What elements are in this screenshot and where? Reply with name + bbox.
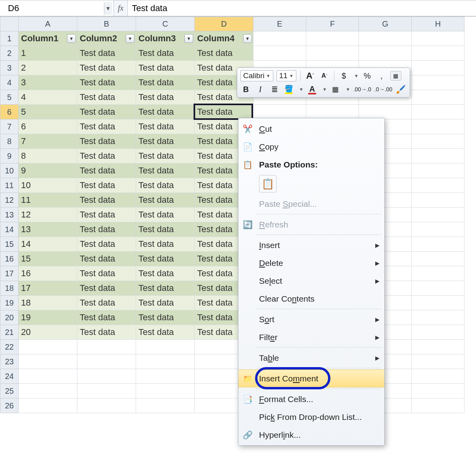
cell-B21[interactable]: Test data bbox=[77, 325, 136, 340]
menu-filter[interactable]: Filter▶ bbox=[238, 328, 384, 346]
cell-C24[interactable] bbox=[136, 369, 195, 384]
cell-B4[interactable]: Test data bbox=[77, 75, 136, 90]
cell-H26[interactable] bbox=[412, 398, 464, 413]
cell-H10[interactable] bbox=[412, 164, 464, 178]
cell-A18[interactable]: 17 bbox=[19, 281, 77, 296]
cell-E2[interactable] bbox=[253, 46, 306, 61]
cell-C12[interactable]: Test data bbox=[136, 193, 195, 208]
cell-C23[interactable] bbox=[136, 354, 195, 369]
cell-A1[interactable]: Column1▼ bbox=[19, 31, 77, 46]
menu-hyperlink[interactable]: 🔗 Hyperlink... bbox=[238, 426, 384, 444]
cell-C19[interactable]: Test data bbox=[136, 296, 195, 310]
select-all-corner[interactable] bbox=[0, 17, 19, 31]
cell-E6[interactable] bbox=[253, 105, 306, 119]
row-header-25[interactable]: 25 bbox=[0, 384, 19, 398]
menu-select[interactable]: Select▶ bbox=[238, 272, 384, 290]
cell-H13[interactable] bbox=[412, 208, 464, 222]
column-header-B[interactable]: B bbox=[77, 17, 136, 31]
cell-D2[interactable]: Test data bbox=[195, 46, 253, 61]
cell-B2[interactable]: Test data bbox=[77, 46, 136, 61]
italic-button[interactable]: I bbox=[255, 84, 266, 95]
cell-C10[interactable]: Test data bbox=[136, 164, 195, 178]
column-header-A[interactable]: A bbox=[19, 17, 77, 31]
cell-F2[interactable] bbox=[306, 46, 359, 61]
cell-B3[interactable]: Test data bbox=[77, 61, 136, 75]
cell-G2[interactable] bbox=[359, 46, 412, 61]
cell-C7[interactable]: Test data bbox=[136, 119, 195, 134]
cell-A13[interactable]: 12 bbox=[19, 208, 77, 222]
formula-input[interactable] bbox=[128, 0, 476, 16]
name-box-dropdown-icon[interactable]: ▼ bbox=[104, 2, 112, 15]
cell-H18[interactable] bbox=[412, 281, 464, 296]
cell-H24[interactable] bbox=[412, 369, 464, 384]
cell-B11[interactable]: Test data bbox=[77, 178, 136, 193]
cell-C4[interactable]: Test data bbox=[136, 75, 195, 90]
font-size-selector[interactable]: 11 ▼ bbox=[276, 70, 296, 81]
cell-A4[interactable]: 3 bbox=[19, 75, 77, 90]
name-box[interactable] bbox=[5, 2, 104, 15]
cell-A12[interactable]: 11 bbox=[19, 193, 77, 208]
comma-button[interactable]: , bbox=[376, 70, 387, 81]
cell-C15[interactable]: Test data bbox=[136, 237, 195, 252]
chevron-down-icon[interactable]: ▼ bbox=[346, 87, 350, 92]
format-painter-button[interactable]: 🖌️ bbox=[395, 84, 407, 95]
cell-H1[interactable] bbox=[412, 31, 464, 46]
cell-B26[interactable] bbox=[77, 398, 136, 413]
row-header-20[interactable]: 20 bbox=[0, 310, 19, 325]
cell-H23[interactable] bbox=[412, 354, 464, 369]
cell-A20[interactable]: 19 bbox=[19, 310, 77, 325]
cell-H15[interactable] bbox=[412, 237, 464, 252]
row-header-13[interactable]: 13 bbox=[0, 208, 19, 222]
cell-C22[interactable] bbox=[136, 340, 195, 354]
menu-pick-from-list[interactable]: Pick From Drop-down List... bbox=[238, 408, 384, 426]
currency-button[interactable]: $ bbox=[338, 70, 349, 81]
cell-A21[interactable]: 20 bbox=[19, 325, 77, 340]
font-selector[interactable]: Calibri ▼ bbox=[240, 70, 273, 81]
row-header-16[interactable]: 16 bbox=[0, 252, 19, 266]
cell-A14[interactable]: 13 bbox=[19, 222, 77, 237]
row-header-3[interactable]: 3 bbox=[0, 61, 19, 75]
cell-C25[interactable] bbox=[136, 384, 195, 398]
cell-A6[interactable]: 5 bbox=[19, 105, 77, 119]
cell-G6[interactable] bbox=[359, 105, 412, 119]
cell-A5[interactable]: 4 bbox=[19, 90, 77, 105]
cell-C8[interactable]: Test data bbox=[136, 134, 195, 149]
cell-A7[interactable]: 6 bbox=[19, 119, 77, 134]
row-header-7[interactable]: 7 bbox=[0, 119, 19, 134]
cell-B1[interactable]: Column2▼ bbox=[77, 31, 136, 46]
paste-option-button[interactable]: 📋 bbox=[259, 175, 276, 192]
bold-button[interactable]: B bbox=[240, 84, 251, 95]
cell-B25[interactable] bbox=[77, 384, 136, 398]
cell-H4[interactable] bbox=[412, 75, 464, 90]
menu-format-cells[interactable]: 📑 Format Cells... bbox=[238, 390, 384, 408]
cell-C14[interactable]: Test data bbox=[136, 222, 195, 237]
cell-C20[interactable]: Test data bbox=[136, 310, 195, 325]
grow-font-button[interactable]: Aˆ bbox=[305, 70, 316, 81]
row-header-21[interactable]: 21 bbox=[0, 325, 19, 340]
chevron-down-icon[interactable]: ▼ bbox=[354, 73, 359, 78]
font-color-button[interactable]: A bbox=[307, 84, 318, 95]
row-header-12[interactable]: 12 bbox=[0, 193, 19, 208]
menu-clear-contents[interactable]: Clear Contents bbox=[238, 290, 384, 308]
cell-A11[interactable]: 10 bbox=[19, 178, 77, 193]
row-header-17[interactable]: 17 bbox=[0, 266, 19, 281]
cell-D6[interactable]: Test data bbox=[195, 105, 253, 119]
format-cells-mini-icon[interactable]: ▦ bbox=[390, 71, 401, 81]
cell-A10[interactable]: 9 bbox=[19, 164, 77, 178]
cell-A24[interactable] bbox=[19, 369, 77, 384]
fill-color-button[interactable]: 🪣 bbox=[283, 84, 294, 95]
cell-C16[interactable]: Test data bbox=[136, 252, 195, 266]
menu-sort[interactable]: Sort▶ bbox=[238, 310, 384, 328]
cell-B14[interactable]: Test data bbox=[77, 222, 136, 237]
cell-A8[interactable]: 7 bbox=[19, 134, 77, 149]
cell-B10[interactable]: Test data bbox=[77, 164, 136, 178]
cell-H2[interactable] bbox=[412, 46, 464, 61]
row-header-4[interactable]: 4 bbox=[0, 75, 19, 90]
cell-B7[interactable]: Test data bbox=[77, 119, 136, 134]
cell-A15[interactable]: 14 bbox=[19, 237, 77, 252]
cell-A9[interactable]: 8 bbox=[19, 149, 77, 164]
column-header-D[interactable]: D bbox=[195, 17, 253, 31]
column-header-H[interactable]: H bbox=[412, 17, 464, 31]
cell-H19[interactable] bbox=[412, 296, 464, 310]
cell-C13[interactable]: Test data bbox=[136, 208, 195, 222]
